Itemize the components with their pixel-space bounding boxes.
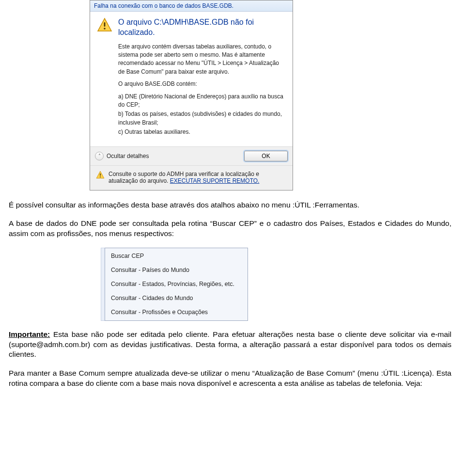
dialog-list-head: O arquivo BASE.GDB contém: bbox=[118, 80, 286, 88]
doc-paragraph-3: Importante: Esta base não pode ser edita… bbox=[9, 330, 451, 360]
ok-button[interactable]: OK bbox=[244, 151, 288, 161]
doc-paragraph-3-rest: Esta base não pode ser editada pelo clie… bbox=[9, 330, 451, 359]
dialog-text: O arquivo C:\ADMH\BASE.GDB não foi local… bbox=[118, 17, 286, 142]
dialog-list-c: c) Outras tabelas auxiliares. bbox=[118, 128, 286, 136]
menu-item-estados[interactable]: Consultar - Estados, Províncias, Regiões… bbox=[105, 277, 248, 291]
menu-list: Buscar CEP Consultar - Países do Mundo C… bbox=[105, 248, 248, 320]
chevron-up-icon: ˄ bbox=[95, 152, 104, 160]
dialog-sub-message: Este arquivo contém diversas tabelas aux… bbox=[118, 43, 286, 137]
dialog-footer-actions: ˄ Ocultar detalhes OK bbox=[90, 146, 293, 165]
menu-item-label: Buscar CEP bbox=[111, 253, 144, 259]
menu-item-buscar-cep[interactable]: Buscar CEP bbox=[105, 249, 248, 263]
svg-rect-1 bbox=[104, 22, 106, 27]
menu-item-paises[interactable]: Consultar - Países do Mundo bbox=[105, 263, 248, 277]
dialog-title: Falha na conexão com o banco de dados BA… bbox=[90, 0, 293, 12]
remote-support-link[interactable]: EXECUTAR SUPORTE REMOTO. bbox=[170, 177, 260, 184]
dialog-paragraph-1: Este arquivo contém diversas tabelas aux… bbox=[118, 43, 286, 77]
document-body: É possível consultar as informações dest… bbox=[0, 190, 465, 403]
svg-point-2 bbox=[104, 28, 106, 30]
dialog-list-b: b) Todas os países, estados (subdivisões… bbox=[118, 110, 286, 127]
menu-item-profissoes[interactable]: Consultar - Profissões e Ocupações bbox=[105, 305, 248, 319]
menu-item-label: Consultar - Cidades do Mundo bbox=[111, 295, 193, 301]
menu-gutter bbox=[101, 248, 105, 320]
dialog-body: O arquivo C:\ADMH\BASE.GDB não foi local… bbox=[90, 12, 293, 146]
menu-item-cidades[interactable]: Consultar - Cidades do Mundo bbox=[105, 291, 248, 305]
ok-button-label: OK bbox=[262, 153, 270, 159]
dialog-footnote: Consulte o suporte do ADMH para verifica… bbox=[90, 165, 293, 190]
toggle-details-button[interactable]: ˄ Ocultar detalhes bbox=[95, 152, 149, 160]
error-dialog: Falha na conexão com o banco de dados BA… bbox=[90, 0, 293, 190]
doc-paragraph-4: Para manter a Base Comum sempre atualiza… bbox=[9, 368, 451, 389]
doc-paragraph-1: É possível consultar as informações dest… bbox=[9, 200, 451, 210]
warning-icon bbox=[97, 17, 112, 142]
warning-icon-small bbox=[96, 171, 105, 181]
menu-item-label: Consultar - Profissões e Ocupações bbox=[111, 309, 208, 316]
svg-rect-4 bbox=[100, 173, 101, 175]
menu-item-label: Consultar - Estados, Províncias, Regiões… bbox=[111, 281, 234, 287]
toggle-details-label: Ocultar detalhes bbox=[107, 153, 149, 159]
important-label: Importante: bbox=[9, 330, 50, 338]
footnote-text: Consulte o suporte do ADMH para verifica… bbox=[108, 171, 287, 184]
dialog-list-a: a) DNE (Diretório Nacional de Endereços)… bbox=[118, 93, 286, 110]
menu-item-label: Consultar - Países do Mundo bbox=[111, 267, 189, 273]
doc-paragraph-2: A base de dados do DNE pode ser consulta… bbox=[9, 219, 451, 239]
dialog-main-message: O arquivo C:\ADMH\BASE.GDB não foi local… bbox=[118, 17, 286, 38]
context-menu: Buscar CEP Consultar - Países do Mundo C… bbox=[101, 248, 451, 320]
svg-point-5 bbox=[100, 176, 101, 177]
